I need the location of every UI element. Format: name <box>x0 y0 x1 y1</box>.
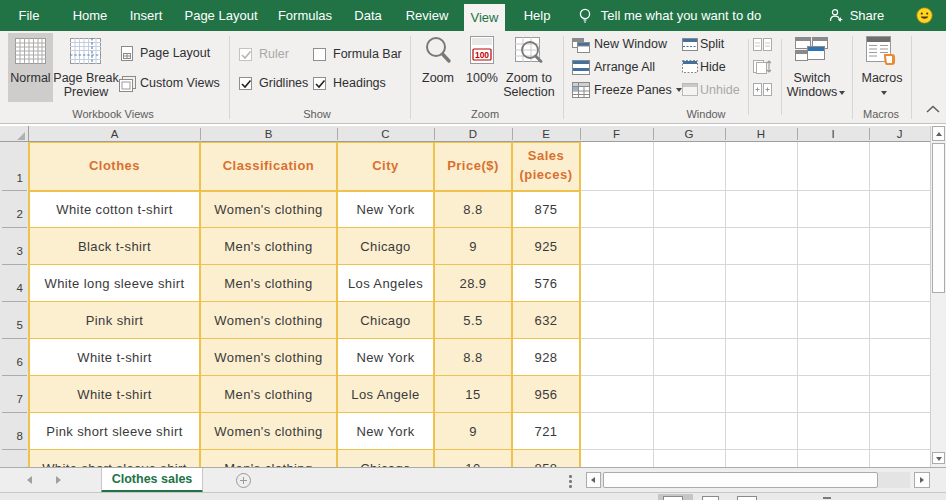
svg-text:100: 100 <box>475 50 489 60</box>
